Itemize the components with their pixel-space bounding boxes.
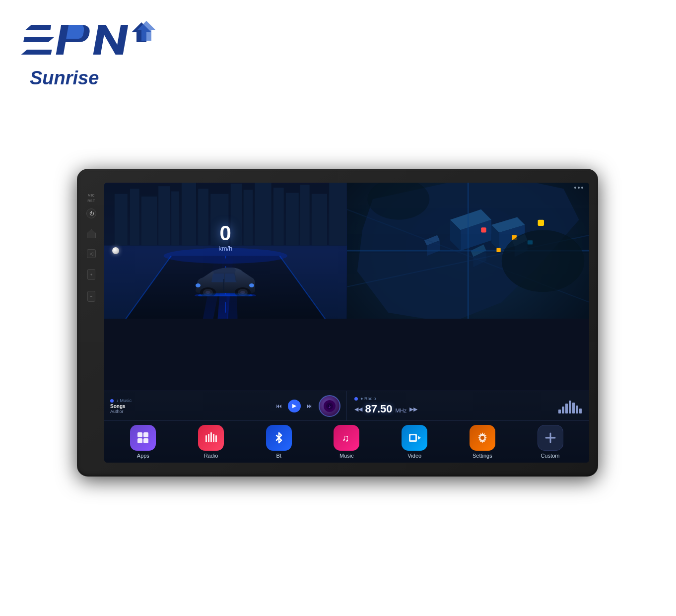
custom-app-icon[interactable]: Custom [534,425,566,459]
svg-rect-9 [171,191,179,245]
speed-unit: km/h [218,244,232,252]
music-controls: ⏮ ▶ ⏭ [274,400,315,412]
svg-rect-6 [130,189,139,245]
svg-rect-78 [215,435,217,442]
custom-icon-img [538,425,563,451]
svg-marker-81 [418,436,421,440]
video-label: Video [407,453,421,459]
svg-rect-18 [300,185,310,246]
settings-label: Settings [473,453,492,459]
bottom-bar: ♪ Music Songs Author ⏮ ▶ ⏭ [104,391,589,463]
device-bezel: MIC RST ⏻ ◁ + − [77,169,598,477]
svg-rect-58 [481,227,486,232]
music-widget[interactable]: ♪ Music Songs Author ⏮ ▶ ⏭ [104,391,347,420]
svg-rect-15 [255,183,271,246]
side-controls: MIC RST ⏻ ◁ + − [84,194,99,432]
bar-2 [562,407,564,413]
svg-point-84 [480,436,484,440]
music-label: ♪ Music [110,398,270,403]
speedometer-panel: 0 km/h [104,183,347,319]
play-button[interactable]: ▶ [288,400,301,412]
home-button[interactable] [87,229,96,238]
svg-rect-20 [329,183,346,246]
back-button[interactable]: ◁ [87,249,96,258]
apps-icon-img [130,425,156,451]
settings-app-icon[interactable]: Settings [466,425,498,459]
speed-display: 0 km/h [218,222,232,252]
svg-rect-61 [538,220,543,226]
svg-rect-19 [312,194,327,246]
dot-indicator [112,247,119,254]
radio-prev-button[interactable]: ◀◀ [354,406,362,412]
radio-icon-img [198,425,224,451]
volume-down-button[interactable]: − [87,291,95,302]
svg-rect-75 [208,434,209,442]
album-art: ♪ [319,395,340,417]
radio-label-text: ● Radio [360,396,376,401]
map-menu[interactable] [574,187,583,189]
svg-rect-16 [273,188,284,245]
speed-number: 0 [218,222,232,243]
svg-rect-77 [213,434,214,442]
settings-icon-img [470,425,495,451]
bar-6 [576,406,578,413]
radio-widget[interactable]: ● Radio ◀◀ 87.50 MHz ▶▶ [347,391,590,420]
radio-label: ● Radio [354,396,554,401]
svg-rect-8 [158,186,170,246]
logo: Sunrise [15,15,174,94]
music-app-icon[interactable]: ♫ Music [331,425,363,459]
top-section: 0 km/h [104,183,589,319]
volume-up-button[interactable]: + [87,269,95,280]
map-panel [347,183,590,319]
bt-app-icon[interactable]: Bt [263,425,295,459]
svg-rect-71 [143,432,148,437]
bar-1 [558,410,561,413]
device: MIC RST ⏻ ◁ + − [77,169,598,477]
power-button[interactable]: ⏻ [86,208,96,218]
svg-rect-11 [198,189,208,245]
bt-icon-img [266,425,292,451]
bt-label: Bt [276,453,281,459]
svg-rect-10 [182,183,196,246]
video-icon-img [402,425,427,451]
prev-button[interactable]: ⏮ [274,401,284,411]
custom-label: Custom [541,453,560,459]
svg-rect-73 [143,438,148,443]
mic-label: MIC [88,194,95,197]
media-row: ♪ Music Songs Author ⏮ ▶ ⏭ [104,391,589,421]
svg-rect-70 [137,432,142,437]
bar-4 [569,401,571,413]
music-author: Author [110,409,270,414]
radio-next-button[interactable]: ▶▶ [409,406,417,412]
svg-text:♫: ♫ [342,432,349,443]
menu-dot-3 [581,187,583,189]
next-button[interactable]: ⏭ [305,401,315,411]
svg-text:Sunrise: Sunrise [30,68,99,88]
svg-point-38 [249,283,254,287]
radio-label-icon: Radio [204,453,218,459]
music-icon-img: ♫ [334,425,359,451]
svg-point-63 [501,230,584,292]
svg-rect-14 [244,190,253,245]
apps-app-icon[interactable]: Apps [127,425,159,459]
svg-rect-59 [496,248,500,252]
menu-dot-1 [574,187,576,189]
svg-rect-17 [286,193,299,246]
radio-signal-bars [558,399,582,413]
music-info: ♪ Music Songs Author [110,398,270,414]
svg-rect-5 [115,194,128,246]
car-image [193,262,258,298]
svg-point-39 [196,283,201,287]
music-label-text: ♪ Music [117,398,132,403]
video-app-icon[interactable]: Video [399,425,431,459]
radio-app-icon[interactable]: Radio [195,425,227,459]
svg-rect-74 [205,435,207,442]
svg-rect-72 [137,438,142,443]
bar-3 [565,404,568,413]
music-app-label: Music [339,453,354,459]
rst-label: RST [87,199,95,203]
screen: 0 km/h [104,183,589,463]
menu-dot-2 [578,187,580,189]
bar-7 [579,409,582,413]
svg-rect-76 [210,432,212,442]
